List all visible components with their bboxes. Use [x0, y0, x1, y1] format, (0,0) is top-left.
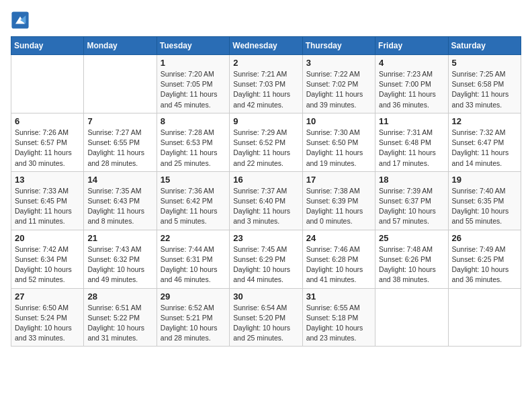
day-number: 1	[161, 58, 226, 68]
page-header	[11, 11, 521, 30]
day-number: 28	[87, 291, 152, 302]
calendar-cell: 17Sunrise: 7:38 AM Sunset: 6:39 PM Dayli…	[302, 171, 375, 230]
calendar-cell: 16Sunrise: 7:37 AM Sunset: 6:40 PM Dayli…	[230, 171, 302, 230]
day-info: Sunrise: 7:38 AM Sunset: 6:39 PM Dayligh…	[306, 186, 371, 227]
day-info: Sunrise: 6:52 AM Sunset: 5:21 PM Dayligh…	[161, 303, 226, 344]
calendar-cell: 21Sunrise: 7:43 AM Sunset: 6:32 PM Dayli…	[84, 230, 157, 288]
day-number: 16	[233, 175, 298, 185]
day-info: Sunrise: 7:49 AM Sunset: 6:25 PM Dayligh…	[452, 244, 517, 285]
day-number: 17	[306, 175, 371, 185]
calendar-cell: 27Sunrise: 6:50 AM Sunset: 5:24 PM Dayli…	[11, 288, 84, 347]
day-info: Sunrise: 7:45 AM Sunset: 6:29 PM Dayligh…	[233, 244, 298, 285]
calendar-cell: 18Sunrise: 7:39 AM Sunset: 6:37 PM Dayli…	[375, 171, 448, 230]
day-number: 26	[452, 233, 517, 243]
day-number: 9	[233, 116, 298, 126]
day-number: 14	[87, 175, 152, 185]
calendar-cell: 1Sunrise: 7:20 AM Sunset: 7:05 PM Daylig…	[157, 55, 229, 113]
day-info: Sunrise: 7:39 AM Sunset: 6:37 PM Dayligh…	[379, 186, 444, 227]
day-info: Sunrise: 7:31 AM Sunset: 6:48 PM Dayligh…	[379, 128, 444, 169]
calendar-cell: 12Sunrise: 7:32 AM Sunset: 6:47 PM Dayli…	[448, 113, 521, 171]
day-number: 19	[452, 175, 517, 185]
calendar-cell: 14Sunrise: 7:35 AM Sunset: 6:43 PM Dayli…	[84, 171, 157, 230]
day-info: Sunrise: 7:30 AM Sunset: 6:50 PM Dayligh…	[306, 128, 371, 169]
day-info: Sunrise: 7:37 AM Sunset: 6:40 PM Dayligh…	[233, 186, 298, 227]
calendar-cell: 11Sunrise: 7:31 AM Sunset: 6:48 PM Dayli…	[375, 113, 448, 171]
day-number: 3	[306, 58, 371, 68]
day-info: Sunrise: 7:43 AM Sunset: 6:32 PM Dayligh…	[87, 244, 152, 285]
day-number: 13	[15, 175, 80, 185]
day-info: Sunrise: 6:51 AM Sunset: 5:22 PM Dayligh…	[87, 303, 152, 344]
day-info: Sunrise: 7:28 AM Sunset: 6:53 PM Dayligh…	[161, 128, 226, 169]
calendar-cell: 6Sunrise: 7:26 AM Sunset: 6:57 PM Daylig…	[11, 113, 84, 171]
logo	[11, 11, 32, 30]
day-number: 29	[161, 291, 226, 302]
calendar-week-row: 20Sunrise: 7:42 AM Sunset: 6:34 PM Dayli…	[11, 230, 521, 288]
day-info: Sunrise: 6:54 AM Sunset: 5:20 PM Dayligh…	[233, 303, 298, 344]
day-info: Sunrise: 7:40 AM Sunset: 6:35 PM Dayligh…	[452, 186, 517, 227]
calendar-cell: 30Sunrise: 6:54 AM Sunset: 5:20 PM Dayli…	[230, 288, 302, 347]
weekday-header-saturday: Saturday	[448, 37, 521, 55]
calendar-cell: 7Sunrise: 7:27 AM Sunset: 6:55 PM Daylig…	[84, 113, 157, 171]
weekday-header-thursday: Thursday	[302, 37, 375, 55]
day-info: Sunrise: 7:25 AM Sunset: 6:58 PM Dayligh…	[452, 69, 517, 110]
calendar-cell: 31Sunrise: 6:55 AM Sunset: 5:18 PM Dayli…	[302, 288, 375, 347]
day-number: 31	[306, 291, 371, 302]
calendar-cell: 22Sunrise: 7:44 AM Sunset: 6:31 PM Dayli…	[157, 230, 229, 288]
day-info: Sunrise: 7:29 AM Sunset: 6:52 PM Dayligh…	[233, 128, 298, 169]
day-number: 12	[452, 116, 517, 126]
day-number: 24	[306, 233, 371, 243]
day-number: 11	[379, 116, 444, 126]
calendar-cell: 5Sunrise: 7:25 AM Sunset: 6:58 PM Daylig…	[448, 55, 521, 113]
day-number: 6	[15, 116, 80, 126]
day-info: Sunrise: 7:20 AM Sunset: 7:05 PM Dayligh…	[161, 69, 226, 110]
day-info: Sunrise: 7:36 AM Sunset: 6:42 PM Dayligh…	[161, 186, 226, 227]
calendar-cell: 26Sunrise: 7:49 AM Sunset: 6:25 PM Dayli…	[448, 230, 521, 288]
day-info: Sunrise: 7:23 AM Sunset: 7:00 PM Dayligh…	[379, 69, 444, 110]
day-number: 10	[306, 116, 371, 126]
weekday-header-sunday: Sunday	[11, 37, 84, 55]
calendar-cell: 29Sunrise: 6:52 AM Sunset: 5:21 PM Dayli…	[157, 288, 229, 347]
calendar-cell: 24Sunrise: 7:46 AM Sunset: 6:28 PM Dayli…	[302, 230, 375, 288]
day-info: Sunrise: 6:50 AM Sunset: 5:24 PM Dayligh…	[15, 303, 80, 344]
calendar-cell	[84, 55, 157, 113]
day-info: Sunrise: 7:22 AM Sunset: 7:02 PM Dayligh…	[306, 69, 371, 110]
day-number: 7	[87, 116, 152, 126]
calendar-cell: 20Sunrise: 7:42 AM Sunset: 6:34 PM Dayli…	[11, 230, 84, 288]
day-info: Sunrise: 7:35 AM Sunset: 6:43 PM Dayligh…	[87, 186, 152, 227]
calendar-cell: 9Sunrise: 7:29 AM Sunset: 6:52 PM Daylig…	[230, 113, 302, 171]
day-info: Sunrise: 7:21 AM Sunset: 7:03 PM Dayligh…	[233, 69, 298, 110]
day-number: 22	[161, 233, 226, 243]
calendar-cell	[11, 55, 84, 113]
day-number: 4	[379, 58, 444, 68]
logo-icon	[11, 11, 30, 30]
calendar-cell: 2Sunrise: 7:21 AM Sunset: 7:03 PM Daylig…	[230, 55, 302, 113]
day-number: 8	[161, 116, 226, 126]
calendar-table: SundayMondayTuesdayWednesdayThursdayFrid…	[11, 36, 521, 347]
day-number: 21	[87, 233, 152, 243]
day-number: 18	[379, 175, 444, 185]
calendar-cell: 15Sunrise: 7:36 AM Sunset: 6:42 PM Dayli…	[157, 171, 229, 230]
day-number: 27	[15, 291, 80, 302]
calendar-cell	[448, 288, 521, 347]
calendar-cell: 19Sunrise: 7:40 AM Sunset: 6:35 PM Dayli…	[448, 171, 521, 230]
calendar-week-row: 27Sunrise: 6:50 AM Sunset: 5:24 PM Dayli…	[11, 288, 521, 347]
calendar-cell: 13Sunrise: 7:33 AM Sunset: 6:45 PM Dayli…	[11, 171, 84, 230]
calendar-cell: 10Sunrise: 7:30 AM Sunset: 6:50 PM Dayli…	[302, 113, 375, 171]
day-number: 20	[15, 233, 80, 243]
day-info: Sunrise: 7:32 AM Sunset: 6:47 PM Dayligh…	[452, 128, 517, 169]
day-info: Sunrise: 7:46 AM Sunset: 6:28 PM Dayligh…	[306, 244, 371, 285]
day-number: 23	[233, 233, 298, 243]
calendar-cell: 25Sunrise: 7:48 AM Sunset: 6:26 PM Dayli…	[375, 230, 448, 288]
day-info: Sunrise: 7:42 AM Sunset: 6:34 PM Dayligh…	[15, 244, 80, 285]
day-info: Sunrise: 7:48 AM Sunset: 6:26 PM Dayligh…	[379, 244, 444, 285]
calendar-cell	[375, 288, 448, 347]
day-info: Sunrise: 6:55 AM Sunset: 5:18 PM Dayligh…	[306, 303, 371, 344]
weekday-header-tuesday: Tuesday	[157, 37, 229, 55]
weekday-header-friday: Friday	[375, 37, 448, 55]
calendar-week-row: 1Sunrise: 7:20 AM Sunset: 7:05 PM Daylig…	[11, 55, 521, 113]
calendar-cell: 8Sunrise: 7:28 AM Sunset: 6:53 PM Daylig…	[157, 113, 229, 171]
day-number: 5	[452, 58, 517, 68]
calendar-cell: 23Sunrise: 7:45 AM Sunset: 6:29 PM Dayli…	[230, 230, 302, 288]
day-number: 15	[161, 175, 226, 185]
weekday-header-row: SundayMondayTuesdayWednesdayThursdayFrid…	[11, 37, 521, 55]
